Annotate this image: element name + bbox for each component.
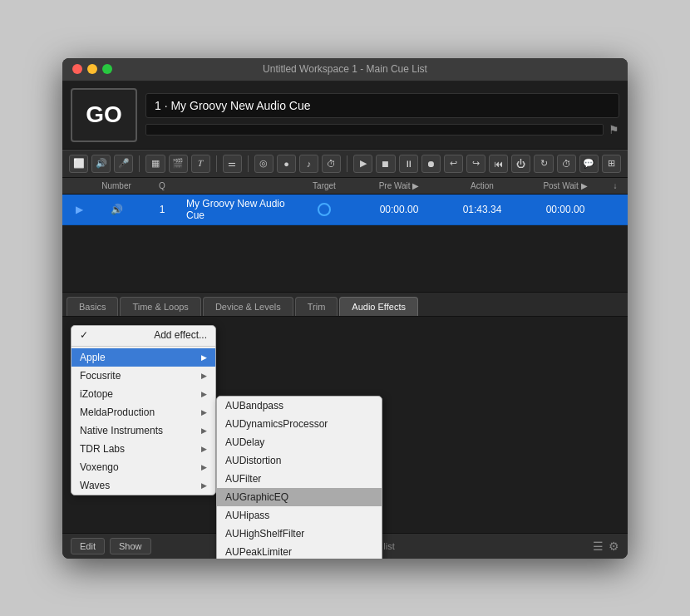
tb-power-btn[interactable]: ⏻ [511, 155, 530, 173]
cue-play-indicator: ▶ [67, 200, 91, 219]
menu-native-instruments-arrow: ▶ [201, 426, 207, 435]
tb-sep-3 [248, 155, 249, 172]
submenu-audelay[interactable]: AUDelay [217, 433, 382, 451]
header-q: Q [141, 178, 183, 194]
tb-screen-btn[interactable]: ⬜ [69, 155, 88, 173]
menu-izotope-label: iZotope [80, 388, 113, 400]
menu-meldaproduction-label: MeldaProduction [80, 407, 155, 418]
close-button[interactable] [72, 64, 82, 74]
submenu-audynamicsprocessor[interactable]: AUDynamicsProcessor [217, 415, 382, 433]
tb-text-btn[interactable]: 𝑇 [191, 155, 210, 173]
submenu-augraphiceq[interactable]: AUGraphicEQ [217, 488, 382, 506]
content-area: ✓ Add effect... Apple ▶ Focusrite ▶ iZot… [62, 317, 628, 533]
menu-focusrite-label: Focusrite [80, 370, 121, 382]
menu-sep-1 [71, 346, 215, 347]
tb-timer-btn[interactable]: ⏱ [557, 155, 576, 173]
cue-name-bar: 1 · My Groovy New Audio Cue [145, 93, 619, 118]
tb-record-btn[interactable]: ⏺ [421, 155, 441, 173]
add-effect-label: Add effect... [154, 329, 207, 341]
header-pre-wait: Pre Wait ▶ [357, 178, 441, 194]
tb-clock-btn[interactable]: ⏱ [322, 155, 341, 173]
menu-apple[interactable]: Apple ▶ [71, 348, 215, 367]
tb-forward-btn[interactable]: ↪ [466, 155, 485, 173]
submenu-aupeaklimiter[interactable]: AUPeakLimiter [217, 543, 382, 559]
menu-apple-arrow: ▶ [201, 353, 207, 362]
cue-pre-wait: 00:00.00 [357, 200, 441, 219]
tb-mic-btn[interactable]: 🎤 [114, 155, 133, 173]
tb-list-btn[interactable]: ▦ [145, 155, 165, 173]
cue-list-empty [62, 225, 628, 292]
menu-tdr-labs-label: TDR Labs [80, 443, 125, 455]
progress-bar-container: ⚑ [145, 123, 619, 136]
tab-basics[interactable]: Basics [67, 297, 118, 316]
menu-meldaproduction-arrow: ▶ [201, 408, 207, 416]
go-section: GO 1 · My Groovy New Audio Cue ⚑ [62, 81, 628, 150]
traffic-lights [72, 64, 112, 74]
cue-target [291, 200, 357, 219]
tb-video-btn[interactable]: 🎬 [169, 155, 188, 173]
tb-sep-4 [347, 155, 347, 172]
menu-waves[interactable]: Waves ▶ [71, 476, 215, 495]
tab-time-loops[interactable]: Time & Loops [120, 297, 200, 316]
tb-group-btn[interactable]: ● [277, 155, 296, 173]
tb-loop-btn[interactable]: ↻ [534, 155, 553, 173]
menu-native-instruments[interactable]: Native Instruments ▶ [71, 421, 215, 440]
menu-waves-arrow: ▶ [201, 481, 207, 490]
tb-play-btn[interactable]: ▶ [353, 155, 372, 173]
header-extra: ↓ [607, 178, 623, 194]
tb-back-btn[interactable]: ↩ [444, 155, 463, 173]
settings-icon[interactable]: ⚙ [609, 540, 619, 553]
maximize-button[interactable] [102, 64, 112, 74]
tb-audio-btn[interactable]: 🔊 [91, 155, 111, 173]
menu-waves-label: Waves [80, 480, 110, 491]
submenu-auhighshelffilter[interactable]: AUHighShelfFilter [217, 525, 382, 543]
submenu-aufilter[interactable]: AUFilter [217, 470, 382, 488]
list-icon[interactable]: ☰ [593, 540, 604, 553]
submenu-audistortion[interactable]: AUDistortion [217, 451, 382, 470]
header-action: Action [441, 178, 524, 194]
tb-grid-btn[interactable]: ⊞ [602, 155, 621, 173]
menu-tdr-labs-arrow: ▶ [201, 445, 207, 453]
tb-prev-btn[interactable]: ⏮ [489, 155, 508, 173]
tb-stop-btn[interactable]: ⏹ [376, 155, 395, 173]
header-name [183, 178, 291, 194]
cue-action: 01:43.34 [441, 200, 524, 219]
tab-bar: Basics Time & Loops Device & Levels Trim… [62, 292, 628, 317]
toolbar: ⬜ 🔊 🎤 ▦ 🎬 𝑇 ⚌ ◎ ● ♪ ⏱ ▶ ⏹ ⏸ ⏺ ↩ ↪ ⏮ ⏻ ↻ … [62, 150, 628, 178]
cue-type-icon: 🔊 [91, 200, 141, 219]
menu-tdr-labs[interactable]: TDR Labs ▶ [71, 440, 215, 458]
cue-number: 1 [141, 200, 183, 219]
tab-device-levels[interactable]: Device & Levels [203, 297, 293, 316]
tb-sep-1 [139, 155, 140, 172]
menu-izotope-arrow: ▶ [201, 390, 207, 398]
submenu-aubandpass[interactable]: AUBandpass [217, 397, 382, 415]
menu-voxengo[interactable]: Voxengo ▶ [71, 458, 215, 476]
tab-trim[interactable]: Trim [295, 297, 338, 316]
header-post-wait: Post Wait ▶ [524, 178, 607, 194]
window-title: Untitled Workspace 1 - Main Cue List [263, 63, 427, 75]
menu-apple-label: Apple [80, 352, 106, 363]
titlebar: Untitled Workspace 1 - Main Cue List [62, 58, 628, 81]
submenu-auhipass[interactable]: AUHipass [217, 506, 382, 525]
apple-submenu: AUBandpass AUDynamicsProcessor AUDelay A… [216, 396, 382, 559]
cue-info: 1 · My Groovy New Audio Cue ⚑ [145, 93, 619, 136]
cue-name: My Groovy New Audio Cue [183, 195, 291, 224]
add-effect-check: ✓ [80, 329, 88, 341]
go-button[interactable]: GO [71, 88, 137, 142]
header-target: Target [291, 178, 357, 194]
tb-pause-btn[interactable]: ⏸ [399, 155, 418, 173]
tb-sep-2 [216, 155, 217, 172]
menu-focusrite[interactable]: Focusrite ▶ [71, 367, 215, 385]
menu-add-effect[interactable]: ✓ Add effect... [71, 326, 215, 344]
cue-row[interactable]: ▶ 🔊 1 My Groovy New Audio Cue 00:00.00 0… [62, 195, 628, 225]
menu-meldaproduction[interactable]: MeldaProduction ▶ [71, 403, 215, 421]
tb-eq-btn[interactable]: ⚌ [223, 155, 242, 173]
tab-audio-effects[interactable]: Audio Effects [339, 297, 418, 316]
show-button[interactable]: Show [110, 538, 151, 554]
minimize-button[interactable] [87, 64, 97, 74]
edit-button[interactable]: Edit [71, 538, 105, 554]
menu-izotope[interactable]: iZotope ▶ [71, 385, 215, 403]
tb-chat-btn[interactable]: 💬 [579, 155, 599, 173]
tb-target-btn[interactable]: ◎ [254, 155, 274, 173]
tb-note-btn[interactable]: ♪ [299, 155, 318, 173]
